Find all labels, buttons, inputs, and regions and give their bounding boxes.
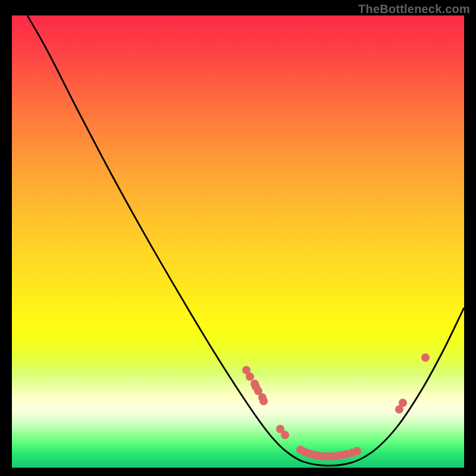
curve-marker — [399, 399, 407, 407]
curve-markers — [242, 353, 430, 461]
curve-marker — [246, 372, 254, 381]
bottleneck-curve — [27, 15, 464, 466]
chart-container: TheBottleneck.com — [0, 0, 476, 476]
curve-marker — [421, 353, 430, 362]
curve-marker — [353, 447, 361, 455]
watermark-label: TheBottleneck.com — [358, 2, 470, 16]
curve-layer — [12, 15, 464, 468]
curve-marker — [281, 431, 289, 439]
plot-area — [12, 15, 464, 468]
curve-marker — [259, 397, 268, 405]
